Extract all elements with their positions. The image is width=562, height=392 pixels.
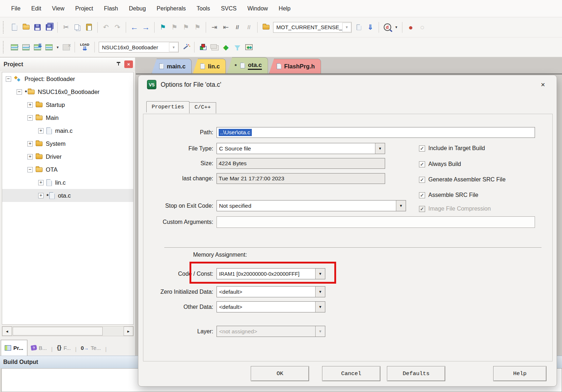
new-file-button[interactable] (9, 21, 20, 33)
tab-books-view[interactable]: ? B... (27, 340, 51, 356)
dropdown-arrow-icon[interactable]: ▼ (396, 200, 406, 211)
cancel-button[interactable]: Cancel (322, 366, 380, 381)
menu-help[interactable]: Help (273, 3, 296, 14)
indent-button[interactable]: ⇥ (209, 21, 220, 33)
next-bookmark-button[interactable]: ⚑ (180, 21, 192, 33)
tree-item-system[interactable]: + System (2, 137, 133, 150)
zero-initialized-data-combobox[interactable]: <default> ▼ (217, 286, 325, 297)
tree-item-lin-c[interactable]: + lin.c (2, 176, 133, 189)
tree-item-driver[interactable]: + Driver (2, 150, 133, 163)
menu-peripherals[interactable]: Peripherals (151, 3, 191, 14)
tab-templates-view[interactable]: 0→ Te... (77, 340, 104, 356)
dialog-title-bar[interactable]: V5 Options for File 'ota.c' × (138, 75, 557, 94)
menu-edit[interactable]: Edit (26, 3, 47, 14)
expand-expander[interactable]: + (38, 180, 44, 185)
collapse-expander[interactable]: − (27, 115, 33, 121)
manage-windows-button[interactable] (209, 41, 220, 53)
paste-button[interactable] (83, 21, 95, 33)
rebuild-button[interactable]: ⇊ (32, 41, 43, 53)
pack-installer-button[interactable]: ◆◆ (243, 41, 255, 53)
defaults-button[interactable]: Defaults (387, 366, 445, 381)
file-type-combobox[interactable]: C Source file ▼ (217, 143, 385, 154)
translate-button[interactable]: ↓ (9, 41, 20, 53)
help-button[interactable]: Help (493, 366, 547, 381)
close-panel-button[interactable]: × (124, 60, 133, 68)
chevron-down-icon[interactable]: ▾ (342, 23, 351, 32)
expand-expander[interactable]: + (38, 128, 44, 134)
tab-properties[interactable]: Properties (146, 101, 189, 112)
save-button[interactable] (32, 21, 43, 33)
tree-item-main[interactable]: − Main (2, 111, 133, 124)
code-search-button[interactable]: d (382, 21, 393, 33)
tree-item-nsuc16x0-bootloader[interactable]: − * NSUC16x0_Bootloader (2, 85, 133, 98)
menu-project[interactable]: Project (70, 3, 99, 14)
custom-arguments-input[interactable] (217, 216, 535, 228)
clear-bookmarks-button[interactable]: ⚑ (192, 21, 203, 33)
tab-lin-c[interactable]: lin.c (193, 59, 226, 73)
expand-expander[interactable]: + (27, 102, 33, 108)
checkbox-generate-assembler-src[interactable]: ✓ Generate Assembler SRC File (419, 176, 505, 183)
chevron-down-icon[interactable]: ▾ (169, 42, 178, 52)
navigate-back-button[interactable]: ← (129, 21, 140, 33)
horizontal-scrollbar[interactable]: ◄ ► (2, 326, 134, 336)
pin-icon[interactable] (116, 62, 121, 67)
save-all-button[interactable] (43, 21, 55, 33)
menu-tools[interactable]: Tools (191, 3, 215, 14)
expand-expander[interactable]: + (27, 141, 33, 147)
expand-expander[interactable]: + (27, 154, 33, 159)
tab-flashprg-h[interactable]: FlashPrg.h (269, 59, 321, 73)
cut-button[interactable]: ✂ (60, 21, 72, 33)
redo-button[interactable]: ↷ (112, 21, 123, 33)
copy-button[interactable] (72, 21, 83, 33)
expand-expander[interactable]: + (38, 193, 44, 198)
comment-button[interactable]: // (232, 21, 243, 33)
annotate-button[interactable] (353, 21, 365, 33)
tree-item-ota-c[interactable]: + * ota.c (2, 189, 133, 202)
checkbox-always-build[interactable]: ✓ Always Build (419, 161, 461, 167)
dropdown-arrow-icon[interactable]: ▼ (375, 143, 385, 154)
target-select-combobox[interactable]: NSUC16x0_Bootloader ▾ (99, 42, 179, 53)
menu-view[interactable]: View (46, 3, 70, 14)
tree-item-startup[interactable]: + Startup (2, 98, 133, 111)
target-options-button[interactable] (180, 41, 192, 53)
toggle-bookmark-button[interactable]: ⚑ (157, 21, 169, 33)
menu-window[interactable]: Window (242, 3, 273, 14)
manage-rte-button[interactable] (197, 41, 209, 53)
tree-item-project-bootloader[interactable]: − Project: Bootloader (2, 72, 133, 85)
scrollbar-thumb[interactable] (13, 327, 103, 335)
find-next-button[interactable]: ⇓ (365, 21, 376, 33)
menu-svcs[interactable]: SVCS (215, 3, 242, 14)
checkbox-include-in-target-build[interactable]: ✓ Include in Target Build (419, 145, 485, 152)
collapse-expander[interactable]: − (6, 76, 11, 82)
scroll-right-button[interactable]: ► (124, 326, 133, 336)
menu-flash[interactable]: Flash (99, 3, 124, 14)
unindent-button[interactable]: ⇤ (220, 21, 232, 33)
menu-file[interactable]: File (6, 3, 26, 14)
tab-functions-view[interactable]: {} F... (53, 340, 74, 356)
collapse-expander[interactable]: − (27, 167, 33, 172)
batch-build-button[interactable] (43, 41, 55, 53)
batch-build-dropdown[interactable]: ▾ (55, 41, 61, 53)
prev-bookmark-button[interactable]: ⚑ (169, 21, 180, 33)
code-search-dropdown[interactable]: ▾ (393, 21, 400, 33)
manage-components-button[interactable]: ◆ (220, 41, 232, 53)
undo-button[interactable]: ↶ (100, 21, 112, 33)
dialog-close-button[interactable]: × (538, 80, 548, 90)
ok-button[interactable]: OK (251, 366, 309, 381)
tab-ota-c[interactable]: * ota.c (227, 57, 268, 73)
other-data-combobox[interactable]: <default> ▼ (217, 301, 325, 312)
dropdown-arrow-icon[interactable]: ▼ (315, 302, 325, 312)
uncomment-button[interactable]: // (243, 21, 255, 33)
open-file-button[interactable] (20, 21, 32, 33)
select-software-packs-button[interactable] (232, 41, 243, 53)
tab-main-c[interactable]: main.c (152, 59, 192, 73)
insert-breakpoint-button[interactable]: ● (405, 21, 416, 33)
find-in-files-button[interactable] (260, 21, 272, 33)
dropdown-arrow-icon[interactable]: ▼ (315, 287, 325, 297)
scroll-left-button[interactable]: ◄ (2, 326, 12, 336)
stop-build-button[interactable]: × (61, 41, 72, 53)
menu-debug[interactable]: Debug (124, 3, 151, 14)
build-button[interactable]: ↓ (20, 41, 32, 53)
navigate-forward-button[interactable]: → (140, 21, 152, 33)
download-button[interactable]: LOAD ⇊ (77, 41, 92, 53)
